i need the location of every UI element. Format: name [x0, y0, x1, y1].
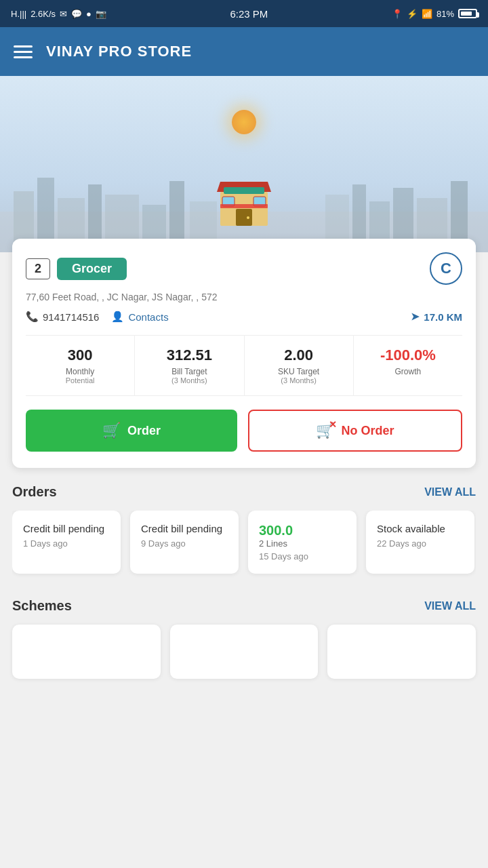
scheme-card-2[interactable]	[327, 625, 476, 679]
hamburger-menu[interactable]	[14, 45, 33, 58]
svg-point-18	[247, 216, 249, 219]
stat-value-0: 300	[31, 347, 129, 364]
store-address: 77,60 Feet Road, , JC Nagar, JS Nagar, ,…	[26, 292, 462, 302]
contacts-label[interactable]: Contacts	[128, 311, 168, 323]
schemes-title: Schemes	[12, 598, 72, 614]
no-order-button-label: No Order	[341, 424, 394, 438]
order-card-1-title: Credit bill pending	[141, 523, 228, 534]
scheme-card-1[interactable]	[170, 625, 319, 679]
orders-section: Orders VIEW ALL Credit bill pending 1 Da…	[0, 468, 488, 582]
order-card-3[interactable]: Stock available 22 Days ago	[366, 511, 474, 574]
schemes-cards-row	[12, 625, 476, 679]
order-card-1[interactable]: Credit bill pending 9 Days ago	[130, 511, 239, 574]
svg-rect-22	[220, 204, 268, 208]
stat-sub-0: Potential	[31, 376, 129, 384]
message-icon: ✉	[60, 9, 67, 19]
svg-rect-17	[236, 209, 252, 226]
stat-growth: -100.0% Growth	[354, 336, 462, 395]
status-left: H.||| 2.6K/s ✉ 💬 ● 📷	[11, 9, 106, 19]
app-title: VINAY PRO STORE	[46, 43, 192, 60]
scheme-card-0[interactable]	[12, 625, 161, 679]
order-card-0-date: 1 Days ago	[23, 538, 110, 549]
stat-sub-1: (3 Months)	[140, 376, 238, 384]
wifi-icon: 📶	[422, 9, 432, 19]
contact-row: 📞 9141714516 👤 Contacts ➤ 17.0 KM	[26, 311, 462, 323]
orders-view-all[interactable]: VIEW ALL	[424, 486, 476, 498]
store-number-tag: 2	[26, 258, 50, 279]
card-top-row: 2 Grocer C	[26, 252, 462, 285]
sun-icon	[232, 110, 256, 134]
stats-row: 300 Monthly Potential 312.51 Bill Target…	[26, 335, 462, 396]
order-card-2-amount: 300.0	[259, 523, 346, 538]
phone-row[interactable]: 📞 9141714516	[26, 311, 99, 323]
orders-title: Orders	[12, 484, 57, 500]
signal-indicator: H.|||	[11, 9, 26, 19]
battery-icon	[458, 9, 477, 18]
stat-value-3: -100.0%	[359, 347, 457, 364]
stat-label-3: Growth	[359, 367, 457, 376]
phone-icon: 📞	[26, 311, 39, 323]
distance: ➤ 17.0 KM	[411, 311, 462, 323]
stat-label-1: Bill Target	[140, 367, 238, 376]
order-card-3-date: 22 Days ago	[377, 538, 464, 549]
orders-scroll-container[interactable]: Credit bill pending 1 Days ago Credit bi…	[12, 511, 476, 582]
order-card-2[interactable]: 300.0 2 Lines 15 Days ago	[248, 511, 357, 574]
chat-icon: 💬	[71, 9, 82, 19]
app-header: VINAY PRO STORE	[0, 27, 488, 76]
store-illustration	[210, 161, 278, 232]
hero-banner	[0, 76, 488, 252]
order-card-1-date: 9 Days ago	[141, 538, 228, 549]
action-buttons-row: 🛒 Order 🛒✕ No Order	[26, 410, 462, 452]
stat-label-2: SKU Target	[250, 367, 348, 376]
schemes-section: Schemes VIEW ALL	[0, 582, 488, 679]
order-button[interactable]: 🛒 Order	[26, 410, 237, 452]
stat-monthly-potential: 300 Monthly Potential	[26, 336, 135, 395]
no-order-button[interactable]: 🛒✕ No Order	[248, 410, 462, 452]
schemes-header: Schemes VIEW ALL	[12, 598, 476, 614]
order-button-label: Order	[127, 424, 161, 438]
direction-icon: ➤	[411, 311, 420, 323]
camera-icon: 📷	[96, 9, 106, 19]
order-card-0[interactable]: Credit bill pending 1 Days ago	[12, 511, 121, 574]
vibrate-icon: ⚡	[407, 9, 418, 19]
stat-bill-target: 312.51 Bill Target (3 Months)	[135, 336, 244, 395]
status-time: 6:23 PM	[230, 8, 268, 20]
stat-label-0: Monthly	[31, 367, 129, 376]
store-type-tag: Grocer	[57, 258, 127, 280]
cart-icon: 🛒	[102, 422, 121, 439]
stat-value-2: 2.00	[250, 347, 348, 364]
data-speed: 2.6K/s	[30, 9, 56, 19]
phone-number[interactable]: 9141714516	[43, 311, 99, 323]
whatsapp-icon: ●	[86, 9, 92, 19]
battery-fill	[461, 12, 472, 16]
store-tags: 2 Grocer	[26, 258, 127, 280]
contacts-icon: 👤	[111, 311, 124, 323]
svg-rect-21	[224, 187, 264, 194]
order-card-3-title: Stock available	[377, 523, 464, 534]
status-right: 📍 ⚡ 📶 81%	[392, 9, 477, 19]
stat-value-1: 312.51	[140, 347, 238, 364]
contacts-link[interactable]: 👤 Contacts	[111, 311, 168, 323]
order-card-2-date: 15 Days ago	[259, 551, 346, 561]
order-card-2-lines: 2 Lines	[259, 538, 346, 549]
battery-percent: 81%	[436, 9, 454, 19]
location-icon: 📍	[392, 9, 403, 19]
orders-header: Orders VIEW ALL	[12, 484, 476, 500]
avatar[interactable]: C	[430, 252, 462, 285]
order-card-0-title: Credit bill pending	[23, 523, 110, 534]
stat-sku-target: 2.00 SKU Target (3 Months)	[245, 336, 354, 395]
stat-sub-2: (3 Months)	[250, 376, 348, 384]
status-bar: H.||| 2.6K/s ✉ 💬 ● 📷 6:23 PM 📍 ⚡ 📶 81%	[0, 0, 488, 27]
no-cart-icon: 🛒✕	[316, 422, 334, 439]
schemes-view-all[interactable]: VIEW ALL	[424, 600, 476, 612]
store-info-card: 2 Grocer C 77,60 Feet Road, , JC Nagar, …	[12, 239, 476, 468]
distance-value: 17.0 KM	[424, 311, 462, 323]
